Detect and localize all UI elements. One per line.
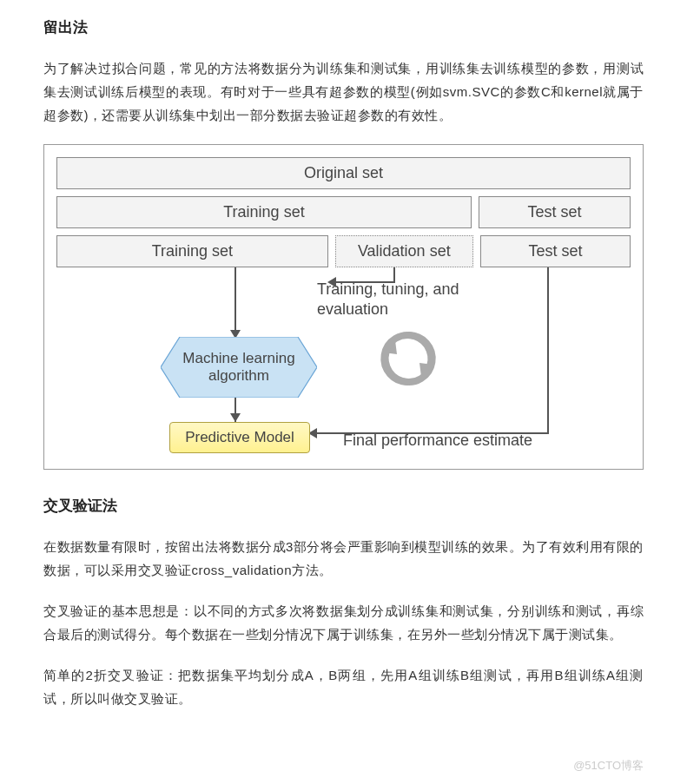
ml-algorithm-label: Machine learning algorithm — [182, 350, 294, 385]
cell-test-set-2: Test set — [480, 235, 631, 267]
section-title-crossval: 交叉验证法 — [43, 496, 644, 516]
ml-algorithm-hexagon: Machine learning algorithm — [161, 337, 317, 398]
tuning-label: Training, tuning, and evaluation — [317, 280, 459, 319]
final-estimate-label: Final performance estimate — [343, 432, 532, 450]
connector-line — [235, 267, 236, 339]
section1-para1: 为了解决过拟合问题，常见的方法将数据分为训练集和测试集，用训练集去训练模型的参数… — [43, 56, 644, 127]
diagram-row-original: Original set — [56, 157, 631, 189]
connector-line — [547, 267, 549, 434]
predictive-model-box: Predictive Model — [169, 422, 310, 453]
cell-original-set: Original set — [56, 157, 631, 189]
cell-training-set-1: Training set — [56, 196, 472, 228]
cycle-arrows-icon — [378, 328, 439, 393]
section2-para2: 交叉验证的基本思想是：以不同的方式多次将数据集划分成训练集和测试集，分别训练和测… — [43, 599, 644, 646]
section2-para3: 简单的2折交叉验证：把数据集平均划分成A，B两组，先用A组训练B组测试，再用B组… — [43, 663, 644, 710]
arrow-down-icon — [230, 413, 241, 422]
diagram-row-split2: Training set Test set — [56, 196, 631, 228]
section2-para1: 在数据数量有限时，按留出法将数据分成3部分将会严重影响到模型训练的效果。为了有效… — [43, 535, 644, 582]
holdout-diagram: Original set Training set Test set Train… — [43, 144, 644, 470]
cell-test-set-1: Test set — [479, 196, 631, 228]
connector-line — [333, 281, 393, 283]
connector-line — [315, 432, 549, 434]
cell-training-set-2: Training set — [56, 235, 328, 267]
diagram-row-split3: Training set Validation set Test set — [56, 235, 631, 267]
section-title-holdout: 留出法 — [43, 17, 644, 37]
cell-validation-set: Validation set — [335, 235, 473, 267]
connector-line — [393, 267, 395, 283]
arrow-left-icon — [327, 277, 336, 287]
diagram-mid-area: Training, tuning, and evaluation Machine… — [56, 267, 631, 450]
